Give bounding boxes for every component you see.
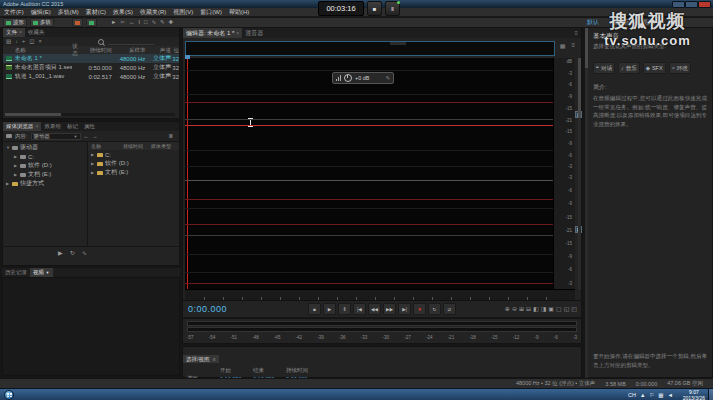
delete-icon[interactable]: × — [38, 37, 41, 46]
workspace-default[interactable]: 默认 — [587, 18, 599, 27]
workspace-edit-audio-to-video[interactable]: 编辑音频到视频 — [612, 18, 654, 27]
file-row[interactable]: 未命名 1 *48000 Hz立体声32 — [3, 54, 179, 63]
file-row[interactable]: 未命名混音项目 1.sesx *0:50.00048000 Hz立体声32 — [3, 63, 179, 72]
minimize-button[interactable] — [672, 1, 685, 8]
volume-icon[interactable]: ◄ — [668, 392, 673, 398]
loop-playback-button[interactable]: ↻ — [428, 303, 441, 315]
tree-item[interactable]: ▼驱动器 — [3, 143, 87, 152]
open-file-icon[interactable]: ▤ — [6, 37, 11, 46]
collapse-icon[interactable]: ▼ — [6, 145, 10, 150]
dialogue-type-button[interactable]: ❝对话 — [593, 62, 615, 74]
zoom-out-time-button[interactable]: ⊟ — [526, 305, 531, 313]
pencil-icon[interactable]: ✎ — [385, 75, 390, 81]
tab-video[interactable]: 视频 ▼ — [30, 268, 53, 277]
tab-mixer[interactable]: 混音器 — [242, 28, 266, 38]
stop-button[interactable]: ■ — [308, 303, 321, 315]
menu-item-0[interactable]: 文件(F) — [4, 8, 24, 17]
tab-effects-rack[interactable]: 效果组 — [41, 122, 64, 131]
menu-item-2[interactable]: 多轨(M) — [58, 8, 79, 17]
back-icon[interactable]: ← — [84, 133, 90, 139]
media-list-item[interactable]: ▶文档 (E:) — [88, 168, 179, 177]
expand-icon[interactable]: ▶ — [14, 154, 18, 159]
zoom-navigator[interactable] — [185, 41, 555, 56]
tab-markers[interactable]: 标记 — [64, 122, 81, 131]
move-tool[interactable]: ► — [111, 19, 116, 26]
tree-item[interactable]: ▶文档 (E:) — [3, 170, 87, 179]
forward-icon[interactable]: → — [92, 133, 98, 139]
close-button[interactable] — [698, 1, 711, 8]
expand-icon[interactable]: ▶ — [91, 152, 95, 157]
menu-item-8[interactable]: 帮助(H) — [229, 8, 249, 17]
zoom-out-amplitude-button[interactable]: ◨ — [541, 305, 547, 313]
paintbrush-tool[interactable]: ✎ — [160, 19, 165, 26]
sfx-type-button[interactable]: ◆SFX — [643, 62, 666, 74]
close-icon[interactable]: × — [19, 29, 22, 35]
tree-item[interactable]: ▶C: — [3, 152, 87, 161]
spot-healing-brush-tool[interactable]: ✚ — [169, 19, 174, 26]
tab-properties[interactable]: 属性 — [81, 122, 98, 131]
recorder-pause-button[interactable]: Ⅱ — [385, 1, 400, 16]
tab-editor[interactable]: 编辑器: 未命名 1 *× — [183, 28, 242, 38]
settings-icon[interactable]: ▦ — [560, 42, 566, 49]
tab-media-browser[interactable]: 媒体浏览器× — [3, 122, 41, 131]
volume-icon[interactable]: ∿ — [82, 249, 87, 256]
fast-forward-button[interactable]: ▶▶ — [383, 303, 396, 315]
skip-to-end-button[interactable]: ▶| — [398, 303, 411, 315]
pitch-display-button[interactable] — [86, 18, 97, 27]
start-button[interactable] — [4, 390, 14, 400]
taskbar-clock[interactable]: 9:07 2013/3/26 — [683, 390, 705, 400]
zoom-in-amplitude-button[interactable]: ◧ — [533, 305, 539, 313]
record-button[interactable]: ● — [413, 303, 426, 315]
panel-menu-icon[interactable]: ≡ — [574, 28, 581, 38]
tab-files[interactable]: 文件× — [3, 28, 25, 37]
panel-menu-icon[interactable]: ≡ — [213, 355, 216, 363]
menu-item-1[interactable]: 编辑(E) — [31, 8, 51, 17]
playhead-handle[interactable] — [185, 55, 190, 59]
close-icon[interactable]: × — [36, 123, 39, 129]
pause-button[interactable]: Ⅱ — [338, 303, 351, 315]
close-icon[interactable]: × — [236, 30, 239, 36]
play-button[interactable]: ▶ — [323, 303, 336, 315]
media-list-headers[interactable]: 名称 持续时间 媒体类型 — [88, 142, 179, 150]
network-icon[interactable]: ▦ — [658, 392, 663, 398]
marquee-selection-tool[interactable]: □ — [144, 19, 147, 26]
zoom-out-button[interactable]: ⊖ — [512, 305, 517, 313]
spectral-display-button[interactable] — [72, 18, 83, 27]
new-file-icon[interactable]: + — [22, 37, 25, 46]
tab-favorites[interactable]: 收藏夹 — [25, 28, 48, 37]
recorder-stop-button[interactable]: ■ — [367, 1, 382, 16]
ruler-menu-icon[interactable]: ≡ — [571, 42, 575, 49]
zoom-selection-button[interactable]: ▣ — [548, 305, 554, 313]
ambience-type-button[interactable]: ≈环境 — [669, 62, 691, 74]
menu-item-5[interactable]: 收藏夹(R) — [140, 8, 166, 17]
import-file-icon[interactable]: ↓ — [15, 37, 18, 46]
media-list-item[interactable]: ▶C: — [88, 150, 179, 159]
menu-item-3[interactable]: 素材(C) — [86, 8, 106, 17]
skip-selection-button[interactable]: ⇄ — [443, 303, 456, 315]
timeline-ruler[interactable] — [185, 289, 575, 300]
expand-icon[interactable]: ▶ — [91, 161, 95, 166]
auto-play-icon[interactable]: ▶ — [58, 249, 63, 256]
files-hscrollbar[interactable] — [5, 113, 175, 116]
file-row[interactable]: 轨道 1_001_1.wav0:02.51748000 Hz立体声32 — [3, 72, 179, 81]
multitrack-view-button[interactable]: 多轨 — [30, 18, 54, 27]
expand-icon[interactable]: ▶ — [14, 172, 18, 177]
time-display[interactable]: 0:00.000 — [188, 304, 227, 314]
save-file-icon[interactable]: ◫ — [29, 37, 34, 46]
zoom-in-button[interactable]: ⊕ — [505, 305, 510, 313]
lasso-selection-tool[interactable]: ∿ — [151, 19, 156, 26]
language-indicator[interactable]: CH — [628, 392, 636, 398]
expand-icon[interactable]: ▶ — [6, 181, 10, 186]
tree-item[interactable]: ▶软件 (D:) — [3, 161, 87, 170]
zoom-full-button[interactable]: ◰ — [571, 305, 577, 313]
search-input[interactable] — [108, 38, 154, 45]
loop-icon[interactable]: ↻ — [70, 249, 75, 256]
volume-knob[interactable] — [344, 74, 352, 82]
waveform-view-button[interactable]: 波形 — [3, 18, 27, 27]
filter-icon[interactable]: ≣ — [168, 133, 173, 139]
rewind-button[interactable]: ◀◀ — [368, 303, 381, 315]
time-selection-tool[interactable]: I — [139, 19, 141, 26]
menu-item-6[interactable]: 视图(V) — [173, 8, 193, 17]
amplitude-ruler[interactable]: dB-3-6-9-15-21-15-9-6-3 -3-6-9-15-21-15-… — [553, 58, 575, 289]
es-scrollbar[interactable] — [585, 28, 588, 379]
